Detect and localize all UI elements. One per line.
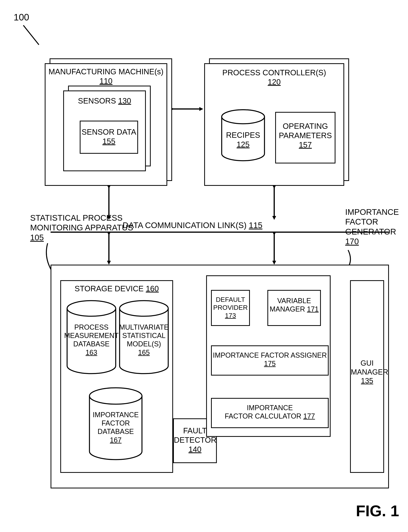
storage-title-text: STORAGE DEVICE <box>75 284 144 293</box>
sensor-data-ref: 155 <box>102 137 116 146</box>
gui-manager-title: GUI MANAGER 135 <box>351 359 383 385</box>
fault-detector-l2: DETECTOR <box>174 436 216 444</box>
storage-ref: 160 <box>146 284 159 293</box>
pmd-cylinder: PROCESS MEASUREMENT DATABASE 163 <box>64 300 119 377</box>
svg-point-18 <box>67 301 116 316</box>
pmd-l1: PROCESS <box>74 323 109 331</box>
spm-l1: STATISTICAL PROCESS <box>30 213 122 222</box>
if-assigner-title: IMPORTANCE FACTOR ASSIGNER 175 <box>212 351 328 368</box>
manufacturing-machine-title-text: MANUFACTURING MACHINE(s) <box>48 67 163 76</box>
operating-params-ref: 157 <box>299 140 312 149</box>
default-provider-box: DEFAULT PROVIDER 173 <box>211 290 250 326</box>
ifd-cylinder: IMPORTANCE FACTOR DATABASE 167 <box>86 387 145 465</box>
fault-detector-l1: FAULT <box>183 426 207 435</box>
sensors-ref: 130 <box>118 96 131 105</box>
operating-params-l1: OPERATING <box>283 122 328 130</box>
default-provider-l1: DEFAULT <box>216 296 245 303</box>
if-calculator-box: IMPORTANCE FACTOR CALCULATOR 177 <box>211 398 329 428</box>
manufacturing-machine-ref: 110 <box>100 77 113 85</box>
pmd-l2: MEASUREMENT <box>64 331 119 340</box>
data-link-label: DATA COMMUNICATION LINK(S) 115 <box>120 220 264 230</box>
sensors-line1: SENSORS <box>78 96 116 105</box>
msm-l1: MULTIVARIATE <box>119 323 169 331</box>
gui-ref: 135 <box>361 377 373 385</box>
gui-manager-box: GUI MANAGER 135 <box>350 280 384 473</box>
if-calculator-l1: IMPORTANCE <box>247 404 293 412</box>
recipes-ref: 125 <box>237 140 250 149</box>
sensors-title: SENSORS 130 <box>64 96 145 105</box>
diagram-stage: 100 <box>0 0 408 532</box>
ifd-label: IMPORTANCE FACTOR DATABASE 167 <box>86 410 145 444</box>
svg-line-0 <box>23 25 39 45</box>
ifd-ref: 167 <box>110 436 121 444</box>
sensor-data-line1: SENSOR DATA <box>82 128 136 136</box>
spm-ref: 105 <box>30 233 44 242</box>
msm-label: MULTIVARIATE STATISTICAL MODEL(S) 165 <box>117 323 171 357</box>
ifg-callout-l2: FACTOR <box>345 217 378 226</box>
recipes-label: RECIPES 125 <box>220 130 266 149</box>
msm-ref: 165 <box>138 349 150 357</box>
if-assigner-ref: 175 <box>264 360 276 367</box>
recipes-text: RECIPES <box>226 131 260 139</box>
variable-manager-l1: VARIABLE <box>277 297 311 305</box>
svg-point-17 <box>222 110 264 124</box>
process-controller-title: PROCESS CONTROLLER(S) 120 <box>205 68 343 87</box>
data-link-ref: 115 <box>249 221 262 230</box>
pmd-ref: 163 <box>85 349 97 357</box>
spm-l2: MONITORING APPARATUS <box>30 223 133 232</box>
operating-params-title: OPERATING PARAMETERS 157 <box>276 122 335 149</box>
gui-l2: MANAGER <box>351 368 388 376</box>
ifd-l2: FACTOR <box>102 419 130 427</box>
msm-l2: STATISTICAL <box>122 331 166 340</box>
recipes-cylinder: RECIPES 125 <box>220 109 266 164</box>
ifg-callout: IMPORTANCE FACTOR GENERATOR 170 <box>345 207 406 246</box>
variable-manager-ref: 171 <box>307 305 319 313</box>
msm-cylinder: MULTIVARIATE STATISTICAL MODEL(S) 165 <box>117 300 171 377</box>
pmd-label: PROCESS MEASUREMENT DATABASE 163 <box>64 323 119 357</box>
ifg-callout-l3: GENERATOR <box>345 227 396 236</box>
variable-manager-l2: MANAGER <box>270 305 305 313</box>
storage-title: STORAGE DEVICE 160 <box>61 284 172 293</box>
if-assigner-box: IMPORTANCE FACTOR ASSIGNER 175 <box>211 345 329 375</box>
figure-ref-number: 100 <box>10 12 33 23</box>
default-provider-ref: 173 <box>225 312 236 319</box>
manufacturing-machine-title: MANUFACTURING MACHINE(s) 110 <box>45 67 166 86</box>
process-controller-title-text: PROCESS CONTROLLER(S) <box>222 68 326 77</box>
svg-point-19 <box>119 301 168 316</box>
operating-params-l2: PARAMETERS <box>279 131 332 140</box>
fault-detector-ref: 140 <box>188 445 202 454</box>
if-calculator-ref: 177 <box>303 412 315 420</box>
default-provider-title: DEFAULT PROVIDER 173 <box>212 296 249 319</box>
default-provider-l2: PROVIDER <box>213 304 248 311</box>
if-calculator-title: IMPORTANCE FACTOR CALCULATOR 177 <box>212 404 328 420</box>
pmd-l3: DATABASE <box>73 340 110 348</box>
sensor-data-title: SENSOR DATA 155 <box>81 127 137 146</box>
variable-manager-box: VARIABLE MANAGER 171 <box>267 290 321 326</box>
process-controller-ref: 120 <box>268 78 281 86</box>
if-assigner-l1: IMPORTANCE FACTOR ASSIGNER <box>213 351 327 359</box>
ifd-l3: DATABASE <box>98 427 134 436</box>
ifg-callout-ref: 170 <box>345 237 359 246</box>
svg-point-20 <box>89 388 142 404</box>
sensor-data-box: SENSOR DATA 155 <box>80 121 138 154</box>
variable-manager-title: VARIABLE MANAGER 171 <box>268 297 320 313</box>
data-link-text: DATA COMMUNICATION LINK(S) <box>123 221 246 230</box>
if-calculator-l2: FACTOR CALCULATOR <box>225 412 301 420</box>
figure-caption: FIG. 1 <box>356 502 399 520</box>
msm-l3: MODEL(S) <box>127 340 161 348</box>
ifd-l1: IMPORTANCE <box>93 411 139 419</box>
operating-params-box: OPERATING PARAMETERS 157 <box>275 112 335 164</box>
gui-l1: GUI <box>361 359 374 367</box>
ifg-callout-l1: IMPORTANCE <box>345 208 399 217</box>
spm-callout: STATISTICAL PROCESS MONITORING APPARATUS… <box>30 213 139 243</box>
